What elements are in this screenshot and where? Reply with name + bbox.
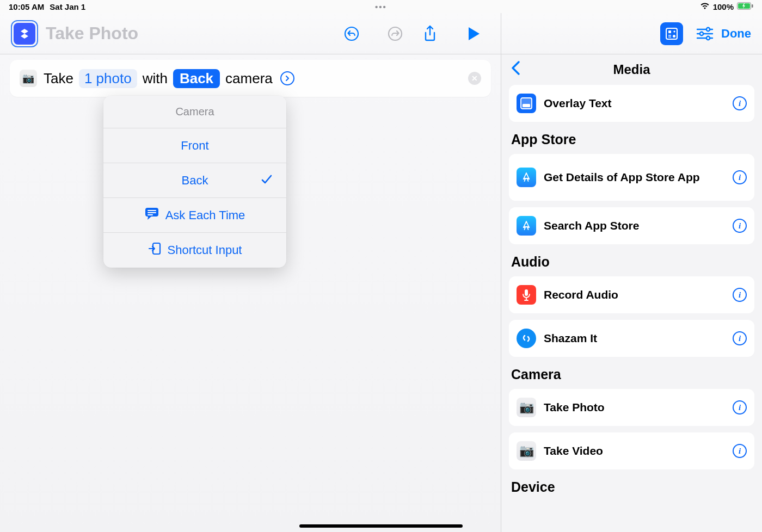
sidebar-header: Media	[501, 54, 762, 85]
shortcut-title[interactable]: Take Photo	[46, 23, 333, 44]
info-button[interactable]: i	[733, 400, 747, 415]
camera-option-back-label: Back	[182, 174, 208, 188]
action-search-appstore-label: Search App Store	[544, 219, 725, 233]
camera-option-back[interactable]: Back	[103, 163, 286, 198]
action-overlay-text[interactable]: Overlay Text i	[509, 85, 754, 122]
action-shazam[interactable]: Shazam It i	[509, 320, 754, 357]
action-shazam-label: Shazam It	[544, 331, 725, 345]
action-get-appstore-details-label: Get Details of App Store App	[544, 170, 725, 184]
appstore-icon	[517, 168, 536, 187]
message-icon	[145, 207, 159, 224]
action-record-audio[interactable]: Record Audio i	[509, 276, 754, 313]
action-take-video[interactable]: 📷 Take Video i	[509, 432, 754, 469]
svg-rect-8	[148, 214, 153, 215]
shortcut-icon-button[interactable]	[11, 20, 38, 47]
action-overlay-text-label: Overlay Text	[544, 96, 725, 110]
overlay-text-icon	[517, 94, 536, 113]
camera-icon: 📷	[20, 70, 37, 87]
actions-sidebar: Done Media Overlay Text i App Store Get …	[501, 13, 762, 532]
svg-rect-6	[148, 210, 156, 211]
multitask-dots-icon[interactable]: •••	[375, 2, 387, 11]
input-icon	[148, 242, 161, 258]
undo-button[interactable]	[341, 23, 362, 45]
action-word-take: Take	[44, 70, 73, 87]
section-device: Device	[511, 479, 752, 495]
svg-rect-2	[752, 4, 753, 8]
camera-icon: 📷	[517, 441, 536, 461]
action-take-video-label: Take Video	[544, 444, 725, 458]
popover-title: Camera	[103, 96, 286, 128]
done-button[interactable]: Done	[721, 27, 751, 41]
run-button[interactable]	[463, 23, 484, 45]
camera-option-front-label: Front	[181, 139, 208, 153]
status-time: 10:05 AM	[9, 2, 44, 11]
apps-browser-button[interactable]	[660, 22, 683, 45]
battery-icon	[737, 2, 753, 11]
camera-param[interactable]: Back	[173, 69, 220, 88]
battery-percent: 100%	[713, 2, 734, 11]
action-take-photo-label: Take Photo	[544, 400, 725, 415]
camera-option-front[interactable]: Front	[103, 128, 286, 163]
home-indicator[interactable]	[299, 524, 463, 528]
info-button[interactable]: i	[733, 288, 747, 302]
section-audio: Audio	[511, 254, 752, 270]
info-button[interactable]: i	[733, 219, 747, 233]
action-take-photo[interactable]: 📷 Take Photo i	[509, 389, 754, 426]
info-button[interactable]: i	[733, 170, 747, 184]
svg-rect-11	[668, 30, 671, 33]
microphone-icon	[517, 285, 536, 305]
remove-action-button[interactable]: ✕	[468, 72, 481, 85]
action-word-camera: camera	[225, 70, 273, 87]
svg-point-14	[700, 32, 703, 35]
editor-toolbar: Take Photo	[0, 13, 501, 54]
action-word-with: with	[143, 70, 168, 87]
section-appstore: App Store	[511, 132, 752, 147]
action-record-audio-label: Record Audio	[544, 288, 725, 302]
ask-each-time-option[interactable]: Ask Each Time	[103, 198, 286, 233]
checkmark-icon	[261, 174, 272, 188]
share-button[interactable]	[419, 23, 441, 45]
ask-each-time-label: Ask Each Time	[165, 208, 245, 222]
action-get-appstore-details[interactable]: Get Details of App Store App i	[509, 154, 754, 201]
filters-button[interactable]	[696, 27, 714, 41]
redo-button	[384, 23, 406, 45]
appstore-icon	[517, 216, 536, 236]
status-date: Sat Jan 1	[50, 2, 85, 11]
expand-action-button[interactable]	[280, 71, 294, 85]
svg-rect-10	[666, 28, 677, 39]
take-photo-action[interactable]: 📷 Take 1 photo with Back camera ✕	[10, 60, 491, 97]
status-bar: 10:05 AM Sat Jan 1 ••• 100%	[0, 0, 762, 13]
shazam-icon	[517, 329, 536, 348]
section-camera: Camera	[511, 367, 752, 382]
wifi-icon	[700, 2, 710, 11]
info-button[interactable]: i	[733, 331, 747, 345]
sidebar-toolbar: Done	[501, 13, 762, 54]
svg-point-12	[673, 35, 675, 38]
photo-count-param[interactable]: 1 photo	[79, 69, 137, 88]
svg-point-13	[706, 27, 710, 30]
camera-icon: 📷	[517, 398, 536, 417]
svg-rect-17	[523, 104, 530, 107]
camera-picker-popover: Camera Front Back Ask Each Time	[103, 96, 286, 268]
svg-rect-18	[525, 289, 528, 296]
editor-area: Take Photo 📷 Take 1 photo with	[0, 13, 501, 532]
shortcut-input-label: Shortcut Input	[168, 243, 242, 257]
shortcut-input-option[interactable]: Shortcut Input	[103, 233, 286, 268]
action-search-appstore[interactable]: Search App Store i	[509, 207, 754, 244]
info-button[interactable]: i	[733, 96, 747, 110]
svg-point-15	[706, 36, 710, 39]
svg-rect-7	[148, 212, 156, 213]
info-button[interactable]: i	[733, 444, 747, 458]
sidebar-title: Media	[511, 62, 752, 77]
